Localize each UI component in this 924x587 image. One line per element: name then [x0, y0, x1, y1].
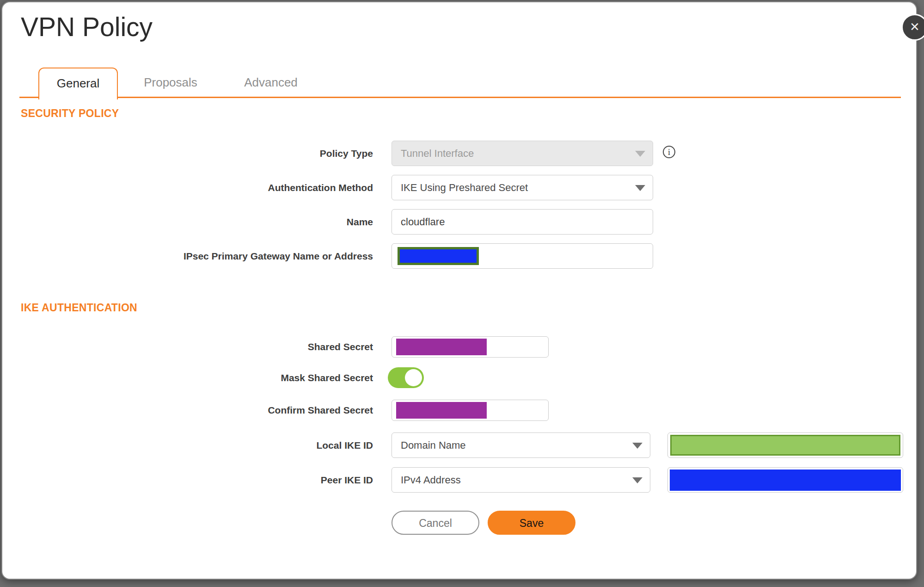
policy-type-label: Policy Type — [2, 141, 373, 166]
policy-type-row: Policy Type Tunnel Interface — [2, 141, 918, 166]
gateway-input[interactable] — [392, 243, 653, 269]
peer-ike-id-value-input[interactable] — [667, 467, 903, 493]
action-buttons-row: Cancel Save — [2, 511, 918, 535]
redacted-confirm-shared-secret-value — [396, 402, 487, 419]
auth-method-dropdown[interactable]: IKE Using Preshared Secret — [392, 175, 653, 200]
chevron-down-icon — [635, 151, 645, 157]
name-row: Name — [2, 209, 918, 235]
local-ike-id-row: Local IKE ID Domain Name — [2, 433, 918, 458]
local-ike-id-label: Local IKE ID — [2, 433, 373, 458]
local-ike-id-value-input[interactable] — [667, 433, 903, 458]
toggle-knob — [405, 369, 422, 386]
mask-shared-secret-label: Mask Shared Secret — [2, 367, 373, 388]
shared-secret-label: Shared Secret — [2, 336, 373, 358]
auth-method-value: IKE Using Preshared Secret — [401, 182, 528, 193]
shared-secret-row: Shared Secret — [2, 336, 918, 358]
peer-ike-id-type: IPv4 Address — [401, 474, 461, 486]
mask-shared-secret-row: Mask Shared Secret — [2, 367, 918, 388]
redacted-shared-secret-value — [396, 339, 487, 355]
shared-secret-input[interactable] — [392, 336, 549, 358]
auth-method-label: Authentication Method — [2, 175, 373, 200]
ike-authentication-heading: IKE AUTHENTICATION — [21, 302, 137, 314]
name-label: Name — [2, 209, 373, 235]
security-policy-heading: SECURITY POLICY — [21, 107, 119, 120]
confirm-shared-secret-label: Confirm Shared Secret — [2, 400, 373, 421]
chevron-down-icon — [632, 443, 643, 449]
peer-ike-id-dropdown[interactable]: IPv4 Address — [392, 467, 650, 493]
confirm-shared-secret-input[interactable] — [392, 400, 549, 421]
name-input[interactable] — [392, 209, 653, 235]
tab-proposals[interactable]: Proposals — [131, 68, 210, 98]
save-button[interactable]: Save — [488, 511, 575, 535]
local-ike-id-dropdown[interactable]: Domain Name — [392, 433, 650, 458]
redacted-gateway-value — [398, 247, 479, 265]
cancel-button[interactable]: Cancel — [392, 511, 479, 535]
confirm-shared-secret-row: Confirm Shared Secret — [2, 400, 918, 421]
close-icon[interactable]: ✕ — [901, 14, 924, 41]
mask-shared-secret-toggle[interactable] — [388, 367, 424, 388]
page-title: VPN Policy — [21, 12, 153, 42]
redacted-local-ike-id-value — [670, 435, 900, 456]
gateway-row: IPsec Primary Gateway Name or Address — [2, 243, 918, 269]
peer-ike-id-label: Peer IKE ID — [2, 467, 373, 493]
info-icon[interactable]: i — [663, 146, 675, 158]
policy-type-dropdown: Tunnel Interface — [392, 141, 653, 166]
gateway-label: IPsec Primary Gateway Name or Address — [2, 243, 373, 269]
auth-method-row: Authentication Method IKE Using Preshare… — [2, 175, 918, 200]
chevron-down-icon — [632, 477, 643, 483]
vpn-policy-dialog: VPN Policy General Proposals Advanced SE… — [1, 1, 917, 580]
local-ike-id-type: Domain Name — [401, 439, 466, 451]
peer-ike-id-row: Peer IKE ID IPv4 Address — [2, 467, 918, 493]
tab-general[interactable]: General — [38, 68, 118, 99]
tab-advanced[interactable]: Advanced — [231, 68, 311, 98]
chevron-down-icon — [635, 185, 645, 191]
policy-type-value: Tunnel Interface — [401, 148, 474, 159]
redacted-peer-ike-id-value — [670, 470, 901, 491]
